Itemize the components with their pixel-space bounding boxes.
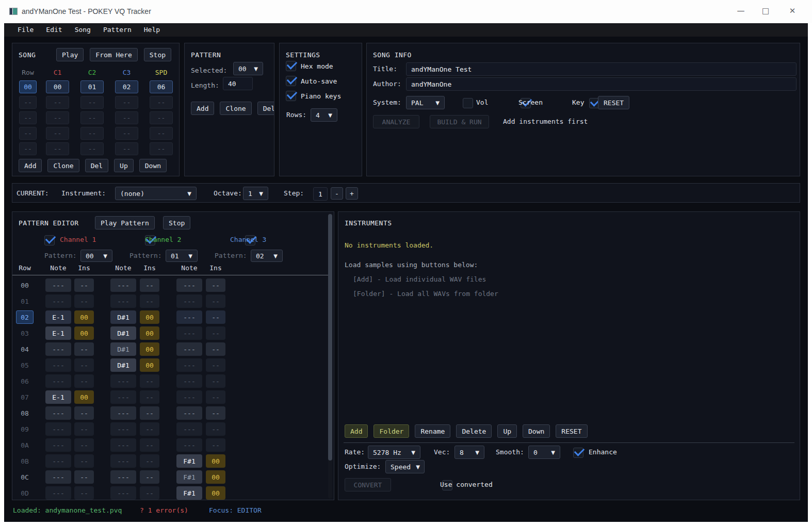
pattern-row-number[interactable]: 06 bbox=[16, 374, 34, 388]
note-cell[interactable]: --- bbox=[45, 486, 71, 500]
note-cell[interactable]: D#1 bbox=[110, 326, 136, 340]
note-cell[interactable]: --- bbox=[110, 422, 136, 436]
song-cell[interactable]: -- bbox=[115, 142, 138, 155]
vec-dropdown[interactable]: 8 ▼ bbox=[454, 446, 484, 459]
note-cell[interactable]: --- bbox=[110, 294, 136, 308]
pattern-row-number[interactable]: 09 bbox=[16, 422, 34, 436]
ins-cell[interactable]: 00 bbox=[206, 454, 225, 468]
note-cell[interactable]: --- bbox=[45, 342, 71, 356]
song-from-here-button[interactable]: From Here bbox=[90, 48, 137, 61]
ins-cell[interactable]: -- bbox=[140, 278, 159, 292]
ins-cell[interactable]: -- bbox=[206, 438, 225, 452]
play-pattern-button[interactable]: Play Pattern bbox=[95, 216, 155, 229]
song-cell[interactable]: 02 bbox=[115, 80, 138, 93]
instrument-down-button[interactable]: Down bbox=[523, 424, 550, 438]
ins-cell[interactable]: 00 bbox=[74, 390, 94, 404]
ins-cell[interactable]: -- bbox=[206, 374, 225, 388]
song-cell[interactable]: -- bbox=[46, 127, 69, 140]
song-row-number[interactable]: -- bbox=[19, 127, 37, 140]
song-order-up-button[interactable]: Up bbox=[114, 159, 134, 172]
note-cell[interactable]: --- bbox=[110, 406, 136, 420]
note-cell[interactable]: E-1 bbox=[45, 390, 71, 404]
note-cell[interactable]: F#1 bbox=[176, 486, 202, 500]
channel-1-checkbox[interactable] bbox=[44, 235, 55, 245]
ins-cell[interactable]: -- bbox=[140, 486, 159, 500]
pattern-row-number[interactable]: 0C bbox=[16, 470, 34, 484]
pattern-del-button[interactable]: Del bbox=[257, 102, 274, 115]
enhance-checkbox[interactable] bbox=[573, 448, 583, 458]
ins-cell[interactable]: -- bbox=[140, 454, 159, 468]
note-cell[interactable]: --- bbox=[110, 374, 136, 388]
note-cell[interactable]: --- bbox=[176, 406, 202, 420]
menu-file[interactable]: File bbox=[12, 23, 39, 37]
pattern-row-number[interactable]: 07 bbox=[16, 390, 34, 404]
ins-cell[interactable]: -- bbox=[206, 342, 225, 356]
ins-cell[interactable]: -- bbox=[74, 406, 94, 420]
rows-dropdown[interactable]: 4 ▼ bbox=[311, 108, 337, 122]
song-cell[interactable]: 01 bbox=[80, 80, 104, 93]
ins-cell[interactable]: -- bbox=[74, 374, 94, 388]
instrument-up-button[interactable]: Up bbox=[497, 424, 517, 438]
ins-cell[interactable]: -- bbox=[74, 486, 94, 500]
note-cell[interactable]: --- bbox=[45, 278, 71, 292]
pattern-length-field[interactable]: 40 bbox=[223, 77, 253, 90]
pattern-row-number[interactable]: 08 bbox=[16, 406, 34, 420]
pattern-row-number[interactable]: 03 bbox=[16, 326, 34, 340]
ins-cell[interactable]: -- bbox=[74, 358, 94, 372]
instrument-add-button[interactable]: Add bbox=[345, 424, 368, 438]
ins-cell[interactable]: -- bbox=[74, 470, 94, 484]
rate-dropdown[interactable]: 5278 Hz ▼ bbox=[368, 446, 420, 459]
ins-cell[interactable]: 00 bbox=[74, 326, 94, 340]
optimize-dropdown[interactable]: Speed ▼ bbox=[385, 460, 425, 473]
menu-help[interactable]: Help bbox=[139, 23, 165, 37]
note-cell[interactable]: --- bbox=[176, 294, 202, 308]
piano-keys-checkbox[interactable] bbox=[286, 91, 296, 101]
ins-cell[interactable]: -- bbox=[140, 374, 159, 388]
note-cell[interactable]: --- bbox=[45, 454, 71, 468]
octave-dropdown[interactable]: 1 ▼ bbox=[243, 187, 268, 200]
note-cell[interactable]: --- bbox=[45, 294, 71, 308]
ins-cell[interactable]: 00 bbox=[74, 310, 94, 324]
ins-cell[interactable]: -- bbox=[74, 342, 94, 356]
note-cell[interactable]: D#1 bbox=[110, 342, 136, 356]
note-cell[interactable]: F#1 bbox=[176, 470, 202, 484]
note-cell[interactable]: --- bbox=[45, 406, 71, 420]
convert-button[interactable]: CONVERT bbox=[345, 478, 391, 491]
song-cell[interactable]: -- bbox=[46, 96, 69, 109]
note-cell[interactable]: --- bbox=[176, 342, 202, 356]
pattern-selected-dropdown[interactable]: 00 ▼ bbox=[233, 62, 263, 75]
close-button[interactable]: ✕ bbox=[786, 6, 799, 15]
minimize-button[interactable]: — bbox=[735, 6, 747, 15]
ins-cell[interactable]: -- bbox=[206, 326, 225, 340]
note-cell[interactable]: --- bbox=[45, 438, 71, 452]
note-cell[interactable]: E-1 bbox=[45, 310, 71, 324]
ins-cell[interactable]: 00 bbox=[140, 310, 159, 324]
system-dropdown[interactable]: PAL ▼ bbox=[406, 96, 445, 109]
pattern-row-number[interactable]: 0D bbox=[16, 486, 34, 500]
pattern-scrollbar[interactable] bbox=[328, 213, 332, 499]
song-play-button[interactable]: Play bbox=[56, 48, 84, 61]
ins-cell[interactable]: -- bbox=[140, 438, 159, 452]
note-cell[interactable]: E-1 bbox=[45, 326, 71, 340]
note-cell[interactable]: --- bbox=[176, 358, 202, 372]
song-cell[interactable]: -- bbox=[115, 111, 138, 124]
ins-cell[interactable]: -- bbox=[206, 310, 225, 324]
ins-cell[interactable]: -- bbox=[206, 390, 225, 404]
note-cell[interactable]: --- bbox=[45, 358, 71, 372]
note-cell[interactable]: --- bbox=[176, 438, 202, 452]
song-cell[interactable]: -- bbox=[80, 111, 104, 124]
channel-1-pattern-dropdown[interactable]: 00 ▼ bbox=[80, 250, 112, 262]
song-cell[interactable]: -- bbox=[115, 96, 138, 109]
menu-pattern[interactable]: Pattern bbox=[98, 23, 137, 37]
instrument-dropdown[interactable]: (none) ▼ bbox=[115, 187, 197, 200]
note-cell[interactable]: --- bbox=[176, 374, 202, 388]
ins-cell[interactable]: -- bbox=[74, 278, 94, 292]
song-cell[interactable]: -- bbox=[115, 127, 138, 140]
instrument-folder-button[interactable]: Folder bbox=[373, 424, 409, 438]
note-cell[interactable]: D#1 bbox=[110, 358, 136, 372]
song-row-number[interactable]: -- bbox=[19, 96, 37, 109]
ins-cell[interactable]: -- bbox=[206, 422, 225, 436]
auto-save-checkbox[interactable] bbox=[286, 76, 296, 86]
note-cell[interactable]: F#1 bbox=[176, 454, 202, 468]
note-cell[interactable]: --- bbox=[110, 470, 136, 484]
